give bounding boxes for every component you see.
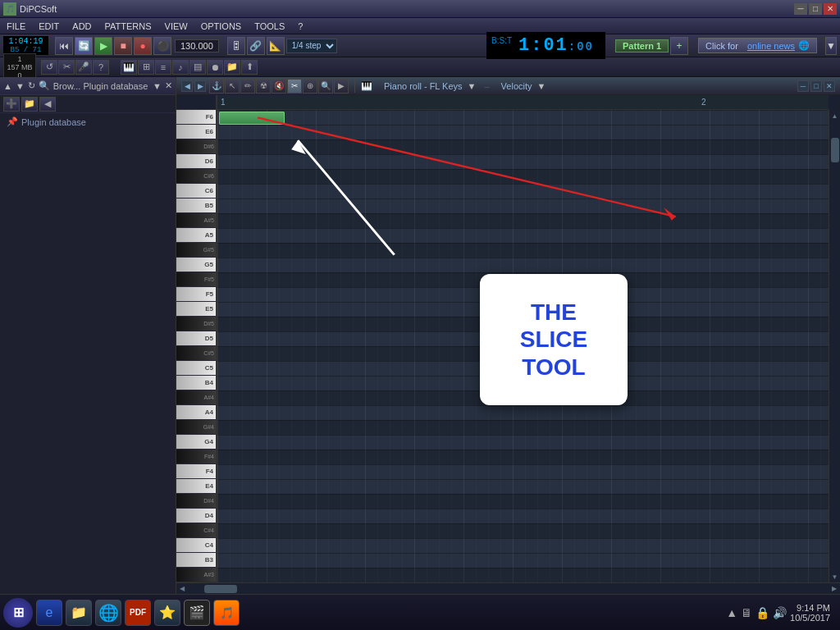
piano-key-b5[interactable]: B5 [176,199,216,213]
scroll-thumb[interactable] [831,138,839,162]
chrome-icon[interactable]: 🌐 [95,600,121,626]
ie-icon[interactable]: e [36,600,62,626]
piano-key-as3[interactable]: A#3 [176,568,216,582]
scroll-up-button[interactable]: ▲ [829,110,841,121]
pattern-add-button[interactable]: + [670,37,688,55]
piano-key-a5[interactable]: A5 [176,228,216,243]
tray-security[interactable]: 🔒 [756,606,769,619]
playlist-btn[interactable]: ▤ [189,60,206,75]
tray-audio[interactable]: 🔊 [773,606,787,619]
record-button[interactable]: ● [134,37,152,55]
piano-key-as5[interactable]: A#5 [176,213,216,228]
pr-nav-right[interactable]: ▶ [194,80,206,92]
piano-key-ds5[interactable]: D#5 [176,317,216,331]
pr-tool-zoom[interactable]: 🔍 [318,79,333,94]
menu-help[interactable]: ? [294,21,306,31]
clock-display[interactable]: 9:14 PM 10/5/2017 [790,603,837,623]
piano-key-e4[interactable]: E4 [176,479,216,494]
tray-network[interactable]: 🖥 [741,606,752,619]
piano-key-d5[interactable]: D5 [176,331,216,346]
menu-edit[interactable]: EDIT [35,21,62,31]
pr-tool-paint[interactable]: ☢ [256,79,271,94]
settings-button[interactable]: ▼ [825,37,837,55]
online-news-button[interactable]: Click for online news 🌐 [698,38,817,53]
start-button[interactable]: ⊞ [3,598,33,628]
piano-key-a4[interactable]: A4 [176,405,216,420]
scroll-h-thumb[interactable] [204,585,237,593]
play-button[interactable]: ▶ [94,37,112,55]
menu-tools[interactable]: TOOLS [251,21,288,31]
piano-roll-btn[interactable]: 🎹 [121,60,137,75]
piano-key-f4[interactable]: F4 [176,464,216,479]
piano-grid[interactable]: THE SLICE TOOL [217,110,829,582]
step-selector[interactable]: 1/4 step [286,39,337,53]
piano-key-cs5[interactable]: C#5 [176,346,216,361]
scroll-right-button[interactable]: ▶ [829,583,840,595]
pr-tool-select[interactable]: ⊕ [303,79,317,94]
piano-key-b4[interactable]: B4 [176,376,216,390]
event-btn[interactable]: ≡ [155,60,171,75]
menu-view[interactable]: VIEW [162,21,191,31]
piano-key-ds6[interactable]: D#6 [176,139,216,154]
mic-button[interactable]: 🎤 [75,60,92,75]
record-input-button[interactable]: ⚫ [153,37,171,55]
piano-key-as4[interactable]: A#4 [176,390,216,405]
pr-maximize[interactable]: □ [810,80,822,92]
fl-studio-icon[interactable]: 🎵 [213,600,240,626]
piano-key-d4[interactable]: D4 [176,509,216,523]
mixer-btn2[interactable]: ⬆ [241,60,258,75]
browser-btn[interactable]: 📁 [224,60,240,75]
folder-btn[interactable]: 📁 [21,97,38,112]
pr-close[interactable]: ✕ [824,80,835,92]
step-seq-btn[interactable]: ⊞ [138,60,154,75]
bookmarks-icon[interactable]: ⭐ [154,600,180,626]
stop-button[interactable]: ■ [114,37,132,55]
pdf-icon[interactable]: PDF [125,600,151,626]
piano-key-c5[interactable]: C5 [176,361,216,376]
close-button[interactable]: ✕ [824,3,837,15]
explorer-icon[interactable]: 📁 [66,600,92,626]
media-icon[interactable]: 🎬 [184,600,210,626]
pr-tool-pointer[interactable]: ↖ [225,79,240,94]
velocity-arrow[interactable]: ▼ [537,81,546,91]
plugin-database-item[interactable]: 📌 Plugin database [0,113,176,130]
piano-key-f5[interactable]: F5 [176,287,216,302]
add-folder-btn[interactable]: ➕ [3,97,20,112]
menu-file[interactable]: FILE [3,21,29,31]
snap-button[interactable]: 📐 [267,37,285,55]
pr-nav-left[interactable]: ◀ [181,80,193,92]
piano-key-fs4[interactable]: F#4 [176,450,216,464]
piano-key-c4[interactable]: C4 [176,538,216,553]
pr-minimize[interactable]: ─ [797,80,809,92]
maximize-button[interactable]: □ [809,3,822,15]
piano-key-gs5[interactable]: G#5 [176,243,216,258]
panel-close-icon[interactable]: ✕ [165,80,172,91]
piano-key-ds4[interactable]: D#4 [176,494,216,509]
pr-tool-play[interactable]: ▶ [334,79,349,94]
menu-add[interactable]: ADD [69,21,94,31]
piano-key-d6[interactable]: D6 [176,154,216,169]
piano-key-e6[interactable]: E6 [176,125,216,139]
help-button[interactable]: ? [93,60,109,75]
mixer-button[interactable]: 🎛 [227,37,245,55]
pr-tool-magnet[interactable]: ⚓ [209,79,224,94]
piano-key-g4[interactable]: G4 [176,435,216,450]
piano-key-fs5[interactable]: F#5 [176,272,216,287]
link-button[interactable]: 🔗 [247,37,265,55]
pr-tool-eraser[interactable]: ✏ [240,79,255,94]
piano-key-e5[interactable]: E5 [176,302,216,317]
piano-key-cs4[interactable]: C#4 [176,523,216,538]
panel-menu-icon[interactable]: ▼ [153,81,162,91]
menu-patterns[interactable]: PATTERNS [102,21,155,31]
refresh-button[interactable]: ↺ [41,60,57,75]
record-btn2[interactable]: ⏺ [207,60,223,75]
back-btn[interactable]: ◀ [39,97,56,112]
piano-key-gs4[interactable]: G#4 [176,420,216,435]
loop-button[interactable]: 🔄 [75,37,93,55]
piano-key-cs6[interactable]: C#6 [176,169,216,184]
tray-arrow[interactable]: ▲ [726,606,737,619]
pr-tool-slice[interactable]: ✂ [287,79,302,94]
cut-button[interactable]: ✂ [58,60,75,75]
scroll-left-button[interactable]: ◀ [176,583,188,595]
minimize-button[interactable]: ─ [794,3,807,15]
